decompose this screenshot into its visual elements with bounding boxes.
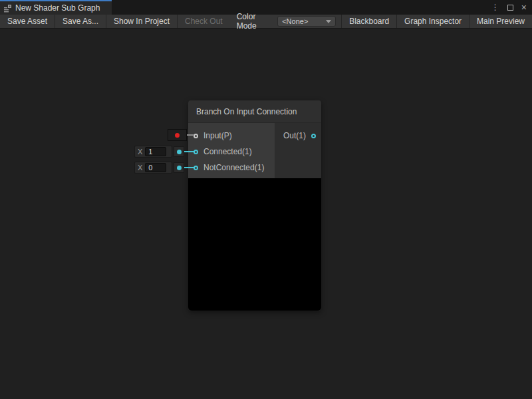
check-out-button: Check Out [178, 15, 230, 28]
main-preview-button[interactable]: Main Preview [469, 15, 532, 28]
out-port-label: Out(1) [283, 131, 306, 140]
shader-sub-graph-icon [3, 4, 12, 13]
node-input-ports: Input(P) Connected(1) NotConnected(1) [188, 123, 275, 178]
graph-canvas[interactable]: Branch On Input Connection Input(P) Conn… [0, 29, 532, 399]
save-as-button[interactable]: Save As... [55, 15, 106, 28]
connected-stub-box [174, 146, 184, 157]
port-row-input: Input(P) [188, 128, 275, 144]
node-title: Branch On Input Connection [196, 107, 297, 116]
maximize-icon[interactable] [507, 5, 513, 11]
tab-title: New Shader Sub Graph [15, 3, 100, 13]
graph-inspector-button[interactable]: Graph Inspector [397, 15, 469, 28]
notconnected-value-field[interactable]: 0 [145, 163, 166, 172]
save-asset-button[interactable]: Save Asset [0, 15, 55, 28]
color-mode-selected-value: <None> [282, 17, 308, 25]
notconnected-stub-dot [177, 166, 182, 170]
close-icon[interactable]: × [521, 3, 527, 12]
graph-toolbar: Save Asset Save As... Show In Project Ch… [0, 15, 532, 29]
notconnected-default-widget: X 0 [134, 162, 172, 174]
port-row-notconnected: NotConnected(1) [188, 160, 275, 176]
show-in-project-button[interactable]: Show In Project [106, 15, 177, 28]
chevron-down-icon [326, 20, 331, 23]
connected-port-label: Connected(1) [203, 147, 252, 156]
connected-stub-dot [177, 150, 182, 154]
input-port[interactable] [194, 134, 198, 138]
edge-connected-stub [184, 151, 194, 152]
input-default-widget[interactable] [168, 129, 187, 141]
input-port-label: Input(P) [203, 131, 232, 140]
port-row-out: Out(1) [275, 128, 321, 144]
node-preview-area [188, 178, 321, 311]
x-component-label: X [138, 148, 142, 156]
port-row-connected: Connected(1) [188, 144, 275, 160]
node-title-bar[interactable]: Branch On Input Connection [188, 100, 321, 123]
connected-port[interactable] [194, 150, 198, 154]
tab-new-shader-sub-graph[interactable]: New Shader Sub Graph [0, 0, 112, 15]
out-port[interactable] [311, 134, 316, 138]
input-default-dot [175, 133, 180, 138]
node-branch-on-input-connection[interactable]: Branch On Input Connection Input(P) Conn… [188, 100, 321, 311]
blackboard-button[interactable]: Blackboard [342, 15, 396, 28]
x-component-label: X [138, 164, 142, 172]
color-mode-label: Color Mode [230, 15, 277, 28]
connected-default-widget: X 1 [134, 146, 172, 158]
color-mode-dropdown[interactable]: <None> [277, 16, 336, 27]
node-output-ports: Out(1) [275, 123, 321, 178]
edge-notconnected-stub [184, 167, 194, 168]
notconnected-port[interactable] [194, 166, 198, 170]
edge-input-stub [187, 134, 194, 136]
notconnected-port-label: NotConnected(1) [203, 163, 264, 172]
window-menu-icon[interactable]: ⋮ [491, 3, 499, 11]
connected-value-field[interactable]: 1 [145, 147, 166, 156]
notconnected-stub-box [174, 162, 184, 173]
